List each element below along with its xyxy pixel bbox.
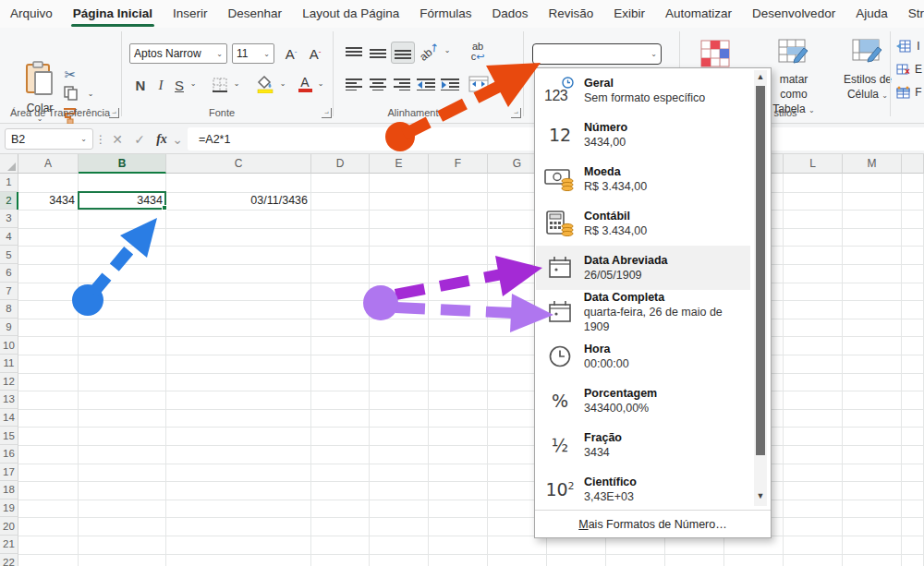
font-name-combo[interactable]: Aptos Narrow⌄ — [129, 43, 227, 64]
format-item-contábil[interactable]: ContábilR$ 3.434,00 — [536, 201, 750, 246]
alignment-dialog-launcher[interactable] — [511, 108, 521, 118]
delete-cells-button[interactable]: × — [895, 62, 912, 77]
cancel-button[interactable]: ✕ — [107, 128, 128, 150]
row-header-8[interactable]: 8 — [0, 300, 18, 319]
menu-tab-exibir[interactable]: Exibir — [603, 0, 655, 28]
borders-chevron-icon[interactable]: ⌄ — [231, 79, 242, 88]
column-header-M[interactable]: M — [843, 154, 902, 174]
row-header-18[interactable]: 18 — [0, 481, 18, 500]
menu-tab-revisão[interactable]: Revisão — [539, 0, 604, 28]
worksheet-grid[interactable]: ABCDEFGHIJKLM123456789101112131415161718… — [0, 154, 924, 566]
column-header-E[interactable]: E — [370, 154, 429, 174]
increase-indent-button[interactable] — [440, 76, 460, 92]
format-item-moeda[interactable]: MoedaR$ 3.434,00 — [536, 157, 750, 201]
format-item-número[interactable]: 12Número3434,00 — [536, 113, 750, 157]
cell-styles-label[interactable]: Estilos deCélula ⌄ — [839, 72, 896, 103]
menu-tab-página-inicial[interactable]: Página Inicial — [63, 0, 163, 28]
format-item-fração[interactable]: ½Fração3434 — [536, 423, 750, 467]
row-header-9[interactable]: 9 — [0, 319, 18, 337]
cell-styles-button[interactable] — [851, 37, 884, 68]
format-cells-button[interactable] — [895, 85, 912, 100]
row-header-20[interactable]: 20 — [0, 517, 18, 536]
row-header-10[interactable]: 10 — [0, 336, 18, 355]
cell-A2[interactable]: 3434 — [18, 192, 79, 211]
row-header-12[interactable]: 12 — [0, 373, 18, 391]
menu-tab-fórmulas[interactable]: Fórmulas — [409, 0, 481, 28]
row-header-17[interactable]: 17 — [0, 464, 18, 482]
enter-button[interactable]: ✓ — [129, 128, 150, 150]
column-header-D[interactable]: D — [311, 154, 370, 174]
row-header-14[interactable]: 14 — [0, 409, 18, 428]
menu-tab-ajuda[interactable]: Ajuda — [845, 0, 898, 28]
align-bottom-button[interactable] — [391, 42, 415, 64]
underline-chevron-icon[interactable]: ⌄ — [188, 79, 199, 88]
scrollbar-thumb[interactable] — [756, 86, 765, 455]
align-middle-button[interactable] — [368, 44, 388, 61]
column-header-C[interactable]: C — [166, 154, 311, 174]
align-left-button[interactable] — [344, 76, 364, 92]
format-item-geral[interactable]: 123GeralSem formato específico — [536, 68, 750, 113]
menu-tab-automatizar[interactable]: Automatizar — [655, 0, 742, 28]
row-header-13[interactable]: 13 — [0, 391, 18, 409]
select-all-corner[interactable] — [0, 154, 18, 174]
scroll-down-icon[interactable]: ▼ — [754, 491, 767, 500]
column-header-L[interactable]: L — [784, 154, 843, 174]
row-header-11[interactable]: 11 — [0, 355, 18, 373]
dropdown-scrollbar[interactable]: ▲ ▼ — [754, 70, 767, 506]
format-item-porcentagem[interactable]: %Porcentagem343400,00% — [536, 379, 750, 423]
decrease-indent-button[interactable] — [416, 76, 436, 92]
menu-tab-desenhar[interactable]: Desenhar — [218, 0, 293, 28]
increase-font-button[interactable]: Aˆ — [281, 44, 301, 63]
merge-center-button[interactable] — [468, 74, 490, 94]
name-box[interactable]: B2 ⌄ — [5, 128, 93, 150]
font-size-combo[interactable]: 11⌄ — [232, 43, 274, 64]
menu-tab-desenvolvedor[interactable]: Desenvolvedor — [742, 0, 845, 28]
align-center-button[interactable] — [368, 76, 388, 92]
wrap-text-button[interactable]: abc↩ — [466, 41, 490, 63]
row-header-16[interactable]: 16 — [0, 445, 18, 464]
menu-tab-dados[interactable]: Dados — [481, 0, 538, 28]
number-format-combo[interactable]: ⌄ — [532, 43, 662, 65]
row-header-7[interactable]: 7 — [0, 283, 18, 301]
italic-button[interactable]: I — [153, 76, 168, 94]
copy-button[interactable] — [61, 85, 79, 102]
column-header-B[interactable]: B — [79, 154, 166, 174]
fill-color-chevron-icon[interactable]: ⌄ — [277, 79, 288, 88]
decrease-font-button[interactable]: Aˇ — [305, 44, 325, 63]
format-item-data-abreviada[interactable]: Data Abreviada26/05/1909 — [536, 246, 750, 290]
row-header-21[interactable]: 21 — [0, 536, 18, 554]
insert-function-button[interactable]: fx — [152, 128, 172, 150]
row-header-2[interactable]: 2 — [0, 192, 18, 211]
more-number-formats-item[interactable]: Mais Formatos de Número… — [535, 510, 771, 537]
cut-button[interactable]: ✂ — [61, 66, 79, 83]
row-header-15[interactable]: 15 — [0, 427, 18, 445]
clipboard-dialog-launcher[interactable] — [109, 108, 119, 118]
menu-tab-streamer-de[interactable]: Streamer de — [898, 0, 924, 28]
row-header-22[interactable]: 22 — [0, 554, 18, 566]
scroll-up-icon[interactable]: ▲ — [754, 72, 767, 81]
row-header-1[interactable]: 1 — [0, 174, 18, 192]
row-header-19[interactable]: 19 — [0, 500, 18, 518]
row-header-3[interactable]: 3 — [0, 210, 18, 228]
row-header-5[interactable]: 5 — [0, 246, 18, 264]
bold-button[interactable]: N — [131, 76, 150, 94]
format-item-científico[interactable]: 102Científico3,43E+03 — [536, 467, 750, 512]
align-right-button[interactable] — [392, 76, 412, 92]
row-header-4[interactable]: 4 — [0, 228, 18, 247]
underline-button[interactable]: S — [172, 76, 187, 94]
format-as-table-button[interactable] — [777, 37, 810, 68]
conditional-formatting-button[interactable] — [698, 39, 733, 68]
borders-button[interactable] — [211, 76, 229, 94]
orientation-chevron-icon[interactable]: ⌄ — [442, 46, 453, 54]
format-item-hora[interactable]: Hora00:00:00 — [536, 334, 750, 379]
row-header-6[interactable]: 6 — [0, 264, 18, 283]
font-color-button[interactable]: A — [296, 74, 314, 94]
menu-tab-inserir[interactable]: Inserir — [163, 0, 218, 28]
insert-cells-button[interactable] — [895, 39, 912, 54]
font-dialog-launcher[interactable] — [322, 108, 332, 118]
column-header-A[interactable]: A — [18, 154, 79, 174]
align-top-button[interactable] — [344, 44, 364, 61]
format-item-data-completa[interactable]: Data Completaquarta-feira, 26 de maio de… — [536, 290, 750, 334]
menu-tab-layout-da-página[interactable]: Layout da Página — [292, 0, 409, 28]
orientation-button[interactable]: ab↗ — [419, 42, 441, 61]
